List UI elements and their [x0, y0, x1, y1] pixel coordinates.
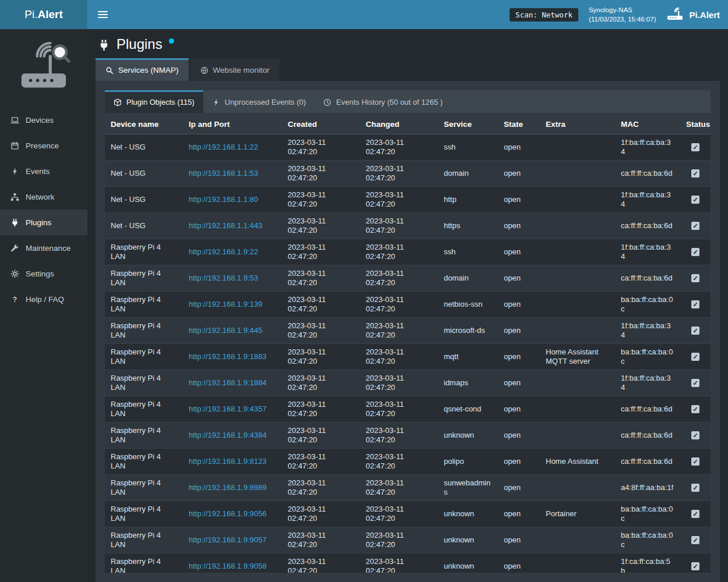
mac-cell: ba:ba:ff:ca:ba:0c: [615, 501, 680, 527]
status-checkbox[interactable]: ✓: [691, 379, 699, 387]
status-checkbox[interactable]: ✓: [691, 248, 699, 256]
mac-cell: ca:ff:ff:ca:ba:6d: [615, 161, 680, 187]
table-row: Raspberry Pi 4 LANhttp://192.168.1.9:438…: [105, 423, 711, 449]
sidebar-item-devices[interactable]: Devices: [0, 107, 87, 133]
mac-cell: a4:8f:ff:aa:ba:1f: [615, 475, 680, 501]
status-checkbox[interactable]: ✓: [691, 143, 699, 151]
changed-cell: 2023-03-11 02:47:20: [360, 213, 438, 239]
globe-icon: [200, 66, 208, 74]
extra-cell: [540, 134, 615, 161]
status-checkbox[interactable]: ✓: [691, 300, 699, 308]
ip-port-link[interactable]: http://192.168.1.9:1883: [189, 352, 267, 361]
sidebar-item-presence[interactable]: Presence: [0, 133, 87, 158]
ip-port-link[interactable]: http://192.168.1.9:1884: [189, 378, 267, 387]
navbar-main: Scan: Network Synology-NAS (11/03/2023, …: [87, 0, 728, 29]
service-cell: microsoft-ds: [438, 318, 498, 344]
column-header-device-name: Device name: [105, 114, 183, 134]
ip-port-link[interactable]: http://192.168.1.1:80: [189, 195, 258, 204]
ip-port-link[interactable]: http://192.168.1.9:8989: [189, 483, 267, 492]
plugins-help-badge[interactable]: [169, 38, 174, 44]
state-cell: open: [498, 161, 540, 187]
sidebar-item-help-faq[interactable]: ? Help / FAQ: [0, 286, 87, 312]
status-checkbox[interactable]: ✓: [691, 484, 699, 492]
sidebar-item-maintenance[interactable]: Maintenance: [0, 235, 87, 261]
ip-port-link[interactable]: http://192.168.1.9:139: [189, 300, 263, 308]
ip-port-link[interactable]: http://192.168.1.9:22: [189, 247, 258, 256]
device-name-cell: Net - USG: [105, 187, 183, 213]
mac-cell: 1f:ba:ff:ca:ba:34: [615, 318, 680, 344]
sidebar-item-plugins[interactable]: Plugins: [0, 210, 87, 235]
device-name-cell: Net - USG: [105, 161, 183, 187]
tab-services-nmap[interactable]: Services (NMAP): [96, 58, 189, 81]
app-root: Pi.Alert Scan: Network Synology-NAS (11/…: [0, 0, 728, 582]
status-checkbox[interactable]: ✓: [691, 457, 699, 466]
ip-port-cell: http://192.168.1.9:445: [183, 318, 282, 344]
mac-cell: 1f:ba:ff:ca:ba:34: [615, 134, 680, 161]
service-cell: unknown: [438, 527, 498, 553]
device-name-cell: Raspberry Pi 4 LAN: [105, 344, 183, 370]
ip-port-link[interactable]: http://192.168.1.9:9056: [189, 509, 267, 518]
ip-port-link[interactable]: http://192.168.1.1:22: [189, 143, 258, 151]
created-cell: 2023-03-11 02:47:20: [282, 501, 360, 527]
ip-port-link[interactable]: http://192.168.1.9:445: [189, 326, 263, 335]
status-checkbox[interactable]: ✓: [691, 431, 699, 439]
plugin-card: Plugin Objects (115) Unprocessed Events …: [96, 81, 720, 582]
created-cell: 2023-03-11 02:47:20: [282, 475, 360, 501]
ip-port-link[interactable]: http://192.168.1.9:9058: [189, 562, 267, 570]
status-checkbox[interactable]: ✓: [691, 222, 699, 230]
table-row: Net - USGhttp://192.168.1.1:532023-03-11…: [105, 161, 711, 187]
svg-text:?: ?: [12, 295, 16, 303]
subtab-unprocessed-events[interactable]: Unprocessed Events (0): [203, 90, 314, 113]
sidebar-toggle-button[interactable]: [96, 8, 110, 22]
body-row: Devices Presence Events: [0, 29, 728, 582]
table-row: Raspberry Pi 4 LANhttp://192.168.1.9:188…: [105, 370, 711, 396]
sidebar-item-events[interactable]: Events: [0, 158, 87, 184]
service-cell: ssh: [438, 134, 498, 161]
status-checkbox[interactable]: ✓: [691, 562, 699, 570]
ip-port-link[interactable]: http://192.168.1.9:53: [189, 274, 258, 282]
subtab-plugin-objects[interactable]: Plugin Objects (115): [105, 90, 203, 113]
main-content: Plugins Services (NMAP) Website monitor: [87, 29, 728, 582]
ip-port-link[interactable]: http://192.168.1.9:4357: [189, 404, 267, 413]
status-checkbox[interactable]: ✓: [691, 274, 699, 282]
tab-website-monitor[interactable]: Website monitor: [190, 58, 280, 81]
ip-port-link[interactable]: http://192.168.1.1:443: [189, 221, 263, 230]
mac-cell: ca:ff:ff:ca:ba:6d: [615, 213, 680, 239]
changed-cell: 2023-03-11 02:47:20: [360, 553, 438, 573]
status-checkbox[interactable]: ✓: [691, 510, 699, 518]
column-header-mac: MAC: [615, 114, 680, 134]
status-checkbox[interactable]: ✓: [691, 536, 699, 544]
table-row: Net - USGhttp://192.168.1.1:4432023-03-1…: [105, 213, 711, 239]
table-row: Raspberry Pi 4 LANhttp://192.168.1.9:812…: [105, 449, 711, 475]
sidebar-item-network[interactable]: Network: [0, 184, 87, 210]
state-cell: open: [498, 134, 540, 161]
created-cell: 2023-03-11 02:47:20: [282, 239, 360, 265]
changed-cell: 2023-03-11 02:47:20: [360, 265, 438, 292]
status-cell: ✓: [680, 213, 711, 239]
status-cell: ✓: [680, 134, 711, 161]
ip-port-link[interactable]: http://192.168.1.1:53: [189, 169, 258, 178]
created-cell: 2023-03-11 02:47:20: [282, 187, 360, 213]
ip-port-cell: http://192.168.1.9:4384: [183, 423, 282, 449]
extra-cell: [540, 161, 615, 187]
status-checkbox[interactable]: ✓: [691, 169, 699, 178]
status-checkbox[interactable]: ✓: [691, 353, 699, 361]
extra-cell: [540, 318, 615, 344]
subtab-events-history[interactable]: Events History (50 out of 1265 ): [314, 90, 451, 113]
cube-icon: [114, 98, 122, 107]
brand-logo[interactable]: Pi.Alert: [0, 0, 87, 29]
created-cell: 2023-03-11 02:47:20: [282, 449, 360, 475]
status-checkbox[interactable]: ✓: [691, 196, 699, 204]
service-cell: qsnet-cond: [438, 396, 498, 423]
table-row: Raspberry Pi 4 LANhttp://192.168.1.9:532…: [105, 265, 711, 292]
ip-port-link[interactable]: http://192.168.1.9:4384: [189, 431, 267, 439]
sidebar-item-settings[interactable]: Settings: [0, 261, 87, 286]
ip-port-link[interactable]: http://192.168.1.9:8123: [189, 457, 267, 466]
status-checkbox[interactable]: ✓: [691, 405, 699, 413]
table-row: Net - USGhttp://192.168.1.1:802023-03-11…: [105, 187, 711, 213]
ip-port-link[interactable]: http://192.168.1.9:9057: [189, 535, 267, 544]
service-cell: domain: [438, 161, 498, 187]
status-checkbox[interactable]: ✓: [691, 327, 699, 335]
device-name-cell: Net - USG: [105, 213, 183, 239]
changed-cell: 2023-03-11 02:47:20: [360, 239, 438, 265]
